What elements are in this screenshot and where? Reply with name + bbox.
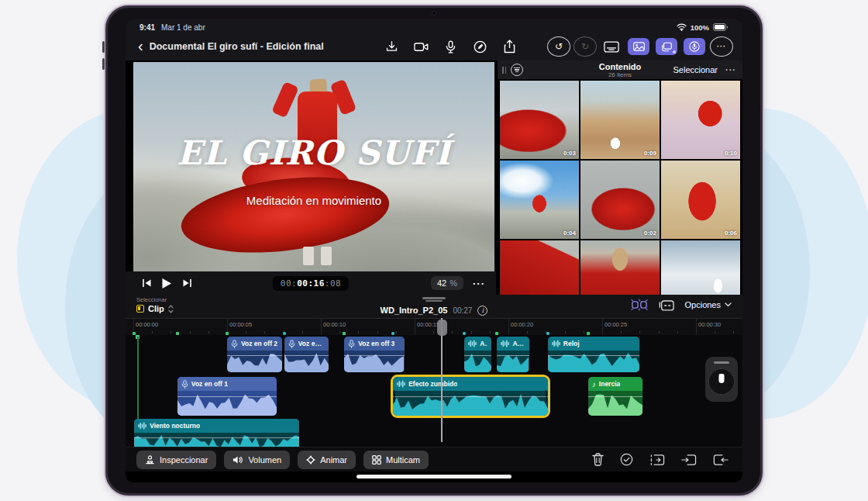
timeline-ruler[interactable]: 00:00:0000:00:0500:00:1000:00:1500:00:20… (126, 318, 742, 335)
panel-more-icon[interactable]: ··· (725, 65, 736, 74)
undo-icon[interactable]: ↺ (547, 36, 570, 57)
status-time: 9:41 (140, 23, 155, 32)
timeline-drag-handle[interactable] (425, 300, 443, 302)
timeline-header: Seleccionar Clip WD_Intro_P2_05 00:27 i (126, 295, 742, 318)
next-frame-button[interactable] (177, 275, 197, 292)
media-thumbnail[interactable]: 0:03 (500, 81, 579, 159)
grid-icon (372, 455, 381, 465)
ruler-label: 00:00:05 (229, 321, 252, 328)
status-bar: 9:41 Mar 1 de abr 100% (126, 19, 742, 33)
ruler-label: 00:00:10 (323, 321, 346, 328)
voiceover-button[interactable] (684, 38, 705, 55)
media-grid: 0:030:090:100:040:020:06 (500, 81, 740, 295)
video-figure (303, 247, 314, 265)
thumbnail-duration: 0:09 (644, 150, 656, 157)
magnetic-timeline-icon[interactable] (631, 299, 648, 311)
media-browser-button[interactable] (628, 38, 649, 55)
timeline-clip[interactable]: Altu... (497, 337, 529, 372)
animar-button[interactable]: Animar (298, 451, 356, 469)
play-button[interactable] (157, 275, 177, 292)
diamond-icon (306, 455, 315, 465)
toolbtn-label: Animar (320, 455, 347, 465)
mic-icon (288, 340, 295, 348)
media-thumbnail[interactable]: 0:02 (580, 161, 660, 239)
share-icon[interactable] (498, 36, 521, 57)
media-thumbnail[interactable]: 0:09 (580, 81, 660, 159)
timeline-clip[interactable]: Voz en off 3 (344, 337, 404, 372)
viewer-more-icon[interactable]: ··· (473, 278, 485, 289)
back-button[interactable]: ‹ (135, 38, 150, 56)
battery-icon (713, 23, 728, 31)
info-icon[interactable]: i (477, 306, 487, 316)
pencil-circle-icon[interactable] (468, 36, 491, 57)
ruler-label: 00:00:15 (417, 321, 439, 328)
timeline-clip[interactable]: Reloj (548, 337, 640, 372)
volumen-button[interactable]: Volumen (224, 451, 290, 469)
clip-label: Altu... (512, 340, 525, 347)
more-options-icon[interactable]: ··· (710, 36, 733, 57)
waveform-icon (552, 340, 560, 347)
jog-wheel-handle[interactable] (714, 361, 729, 364)
camera-icon[interactable] (409, 36, 432, 57)
options-button[interactable]: Opciones (685, 300, 732, 309)
page-background: 9:41 Mar 1 de abr 100% ‹ Documental El g… (0, 0, 868, 501)
ruler-minor-tick (621, 331, 622, 333)
playhead-handle[interactable] (437, 320, 447, 336)
timecode-display[interactable]: 00:00:16:08 (273, 276, 349, 291)
overwrite-clip-icon[interactable] (713, 454, 728, 466)
select-button[interactable]: Seleccionar (673, 65, 718, 74)
video-preview[interactable]: EL GIRO SUFÍ Meditación en movimiento (133, 62, 494, 271)
microphone-icon[interactable] (439, 36, 462, 57)
battery-percent: 100% (691, 23, 709, 32)
redo-icon[interactable]: ↻ (574, 36, 597, 57)
timeline-clip[interactable]: A... (464, 337, 491, 372)
toolbtn-label: Inspeccionar (160, 455, 208, 465)
media-thumbnail[interactable] (580, 240, 660, 295)
media-thumbnail[interactable] (500, 240, 579, 295)
ruler-minor-tick (358, 331, 359, 333)
clip-stack-icon[interactable] (659, 299, 674, 311)
jog-wheel[interactable] (705, 357, 738, 402)
front-camera (432, 11, 436, 16)
media-thumbnail[interactable]: 0:06 (661, 161, 740, 239)
inspeccionar-button[interactable]: Inspeccionar (136, 451, 216, 469)
ruler-minor-tick (339, 331, 340, 333)
ruler-minor-tick (302, 331, 303, 333)
enable-clip-icon[interactable] (620, 453, 633, 466)
ruler-minor-tick (659, 331, 660, 333)
playhead[interactable] (441, 318, 443, 442)
stickers-button[interactable] (656, 38, 677, 55)
toolbtn-label: Volumen (248, 455, 281, 465)
replace-clip-icon[interactable] (649, 454, 665, 466)
titles-icon[interactable] (600, 36, 623, 57)
delete-icon[interactable] (592, 453, 604, 466)
import-icon[interactable] (380, 36, 403, 57)
timeline-clip[interactable]: Viento nocturno (134, 419, 299, 447)
timeline-clip[interactable]: Voz en off 2 (284, 337, 329, 372)
timeline-clip[interactable]: Efecto zumbido (393, 377, 548, 416)
ruler-minor-tick (433, 331, 434, 333)
panel-grip[interactable] (502, 67, 506, 74)
ruler-minor-tick (565, 331, 566, 333)
timeline-clip[interactable]: ♪Inercia (588, 377, 642, 416)
project-title: Documental El giro sufí - Edición final (150, 41, 324, 52)
media-thumbnail[interactable] (661, 240, 740, 295)
zoom-unit: % (450, 278, 457, 288)
multicam-button[interactable]: Multicam (363, 451, 429, 469)
media-thumbnail[interactable]: 0:10 (661, 81, 740, 159)
clip-waveform (344, 351, 404, 372)
timeline-clip[interactable]: Voz en off 1 (177, 377, 277, 416)
timeline-clip[interactable]: Voz en off 2 (227, 337, 282, 372)
insert-clip-icon[interactable] (681, 454, 697, 466)
ipad-device: 9:41 Mar 1 de abr 100% ‹ Documental El g… (104, 4, 764, 497)
previous-frame-button[interactable] (136, 275, 157, 292)
toolbtn-label: Multicam (386, 455, 420, 465)
ruler-minor-tick (715, 331, 715, 333)
edit-toolbar: InspeccionarVolumenAnimarMulticam (126, 447, 742, 472)
zoom-level[interactable]: 42% (431, 276, 463, 290)
home-indicator[interactable] (356, 475, 512, 479)
main-area: EL GIRO SUFÍ Meditación en movimiento (126, 60, 742, 295)
media-thumbnail[interactable]: 0:04 (500, 161, 579, 239)
filter-icon[interactable] (511, 64, 523, 76)
timeline-drag-handle[interactable] (422, 297, 446, 299)
